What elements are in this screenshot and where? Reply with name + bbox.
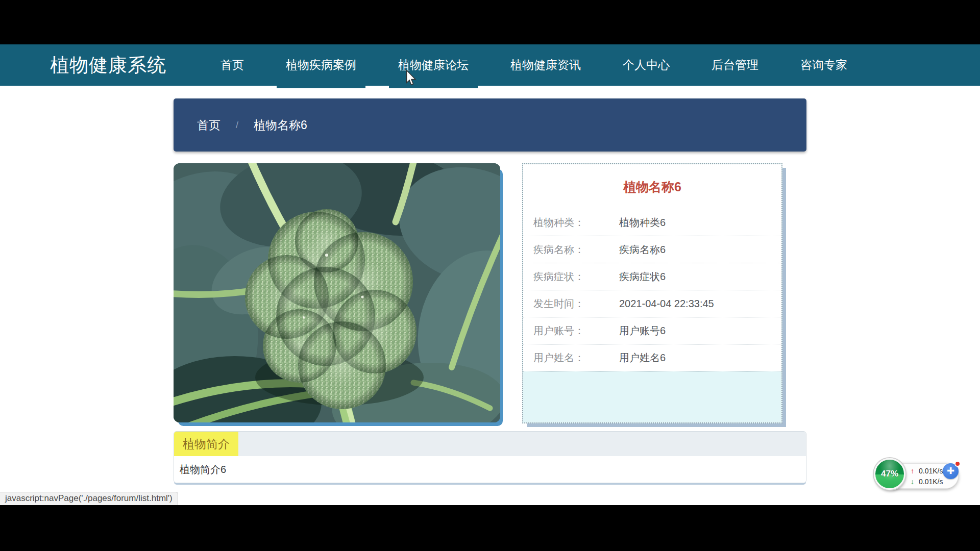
download-speed: 0.01K/s — [919, 478, 943, 486]
intro-header-tag: 植物简介 — [174, 432, 238, 456]
row-label: 用户姓名： — [533, 351, 619, 365]
detail-row-disease-name: 疾病名称： 疾病名称6 — [523, 236, 781, 263]
row-value: 2021-04-04 22:33:45 — [619, 298, 714, 310]
intro-header: 植物简介 — [174, 432, 806, 456]
detail-title: 植物名称6 — [523, 164, 781, 209]
upload-row: ↑ 0.01K/s — [911, 465, 943, 476]
plant-detail-panel: 植物名称6 植物种类： 植物种类6 疾病名称： 疾病名称6 疾病症状： 疾病症状… — [522, 163, 782, 423]
notification-dot — [954, 461, 961, 467]
detail-row-species: 植物种类： 植物种类6 — [523, 209, 781, 236]
upload-arrow-icon: ↑ — [911, 467, 919, 475]
detail-row-symptom: 疾病症状： 疾病症状6 — [523, 263, 781, 290]
nav-item-personal-center[interactable]: 个人中心 — [614, 44, 679, 86]
nav-item-disease-cases[interactable]: 植物疾病案例 — [277, 44, 365, 86]
row-value: 用户姓名6 — [619, 351, 666, 365]
plant-photo — [174, 163, 500, 422]
breadcrumb: 首页 / 植物名称6 — [174, 98, 806, 152]
nav-item-admin[interactable]: 后台管理 — [702, 44, 768, 86]
progress-ball[interactable]: 47% — [874, 458, 905, 490]
broccoli-photo-illustration — [174, 163, 500, 422]
download-row: ↓ 0.01K/s — [911, 476, 943, 487]
download-arrow-icon: ↓ — [911, 478, 919, 486]
row-value: 疾病名称6 — [619, 243, 666, 257]
detail-row-account: 用户账号： 用户账号6 — [523, 317, 781, 344]
detail-rows-container: 植物名称6 植物种类： 植物种类6 疾病名称： 疾病名称6 疾病症状： 疾病症状… — [523, 164, 781, 371]
row-label: 疾病症状： — [533, 270, 619, 284]
nav-item-home[interactable]: 首页 — [211, 44, 253, 86]
row-value: 用户账号6 — [619, 324, 666, 338]
main-nav: 首页 植物疾病案例 植物健康论坛 植物健康资讯 个人中心 后台管理 咨询专家 — [211, 44, 856, 86]
detail-row-time: 发生时间： 2021-04-04 22:33:45 — [523, 290, 781, 317]
intro-body: 植物简介6 — [174, 456, 806, 483]
letterbox-top — [0, 0, 980, 44]
site-title: 植物健康系统 — [50, 53, 166, 78]
row-label: 疾病名称： — [533, 243, 619, 257]
browser-page: 植物健康系统 首页 植物疾病案例 植物健康论坛 植物健康资讯 个人中心 后台管理… — [0, 44, 980, 505]
row-label: 植物种类： — [533, 216, 619, 230]
plant-intro-box: 植物简介 植物简介6 — [174, 431, 806, 483]
link-preview-statusbar: javascript:navPage('./pages/forum/list.h… — [0, 492, 178, 505]
speed-readout: ↑ 0.01K/s ↓ 0.01K/s — [911, 465, 943, 487]
breadcrumb-current: 植物名称6 — [254, 117, 307, 133]
row-value: 植物种类6 — [619, 216, 666, 230]
net-speed-widget[interactable]: 47% ↑ 0.01K/s ↓ 0.01K/s ✚ — [874, 458, 962, 496]
breadcrumb-home-link[interactable]: 首页 — [197, 117, 220, 133]
detail-row-username: 用户姓名： 用户姓名6 — [523, 344, 781, 371]
top-navbar: 植物健康系统 首页 植物疾病案例 植物健康论坛 植物健康资讯 个人中心 后台管理… — [0, 44, 980, 86]
row-label: 用户账号： — [533, 324, 619, 338]
upload-speed: 0.01K/s — [919, 467, 943, 475]
breadcrumb-separator: / — [236, 120, 238, 131]
nav-item-consult-expert[interactable]: 咨询专家 — [791, 44, 856, 86]
row-label: 发生时间： — [533, 297, 619, 311]
row-value: 疾病症状6 — [619, 270, 666, 284]
nav-item-health-forum[interactable]: 植物健康论坛 — [389, 44, 478, 86]
letterbox-bottom — [0, 505, 980, 551]
nav-item-health-news[interactable]: 植物健康资讯 — [501, 44, 590, 86]
